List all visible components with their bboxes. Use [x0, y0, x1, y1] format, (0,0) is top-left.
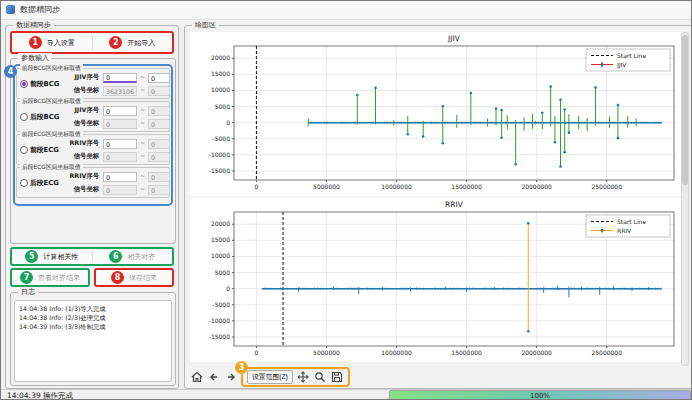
jjiv-index-end-input[interactable]: [148, 73, 170, 83]
log-output[interactable]: 14:04:38 Info: (1/3)导入完成 14:04:38 Info: …: [14, 300, 172, 382]
field-label: RRIV序号: [59, 172, 99, 181]
correlation-align-button[interactable]: 6 相关对齐: [93, 249, 173, 264]
plot-groupbox: 绘图区 -15000-10000-50000500010000150002000…: [184, 25, 692, 389]
rriv-index-end-input[interactable]: [148, 172, 170, 182]
svg-text:15000: 15000: [211, 70, 230, 77]
svg-text:15000000: 15000000: [451, 349, 482, 356]
svg-text:-5000: -5000: [213, 301, 231, 308]
titlebar: 数据精同步: [1, 1, 691, 20]
svg-text:5000: 5000: [215, 269, 230, 276]
svg-text:25000000: 25000000: [591, 183, 622, 190]
params-groupbox: 参数输入 4 前段BCG区间坐标取值 前段BCG JJIV序号 ~ 信号坐标 ~: [10, 58, 176, 244]
svg-text:20000: 20000: [211, 54, 230, 61]
home-icon[interactable]: [190, 371, 203, 384]
jjiv-index-start-input[interactable]: [103, 106, 137, 116]
set-range-button[interactable]: 设置范围(Z): [247, 370, 293, 384]
plot-toolbar: 3 设置范围(Z): [190, 366, 350, 388]
step-badge-2: 2: [109, 36, 122, 49]
tilde: ~: [140, 172, 145, 180]
log-line: 14:04:38 Info: (1/3)导入完成: [19, 304, 167, 313]
svg-text:15000000: 15000000: [451, 183, 482, 190]
svg-text:5000000: 5000000: [313, 349, 340, 356]
radio-front-ecg[interactable]: 前段ECG: [20, 145, 59, 155]
app-icon: [6, 5, 15, 14]
rriv-index-end-input[interactable]: [148, 139, 170, 149]
svg-text:RRIV: RRIV: [617, 227, 632, 234]
svg-text:Start Line: Start Line: [617, 218, 646, 225]
field-label: RRIV序号: [59, 139, 99, 148]
signal-coord-end-input[interactable]: [148, 152, 170, 162]
signal-coord-start-input[interactable]: [103, 152, 137, 162]
import-settings-label: 导入设置: [47, 38, 75, 48]
rriv-index-start-input[interactable]: [103, 139, 137, 149]
radio-button[interactable]: [20, 113, 28, 121]
step-badge-8: 8: [111, 271, 124, 284]
params-groupbox-label: 参数输入: [18, 53, 52, 63]
tilde: ~: [140, 86, 145, 94]
svg-text:-5000: -5000: [213, 135, 231, 142]
signal-coord-start-input[interactable]: [103, 119, 137, 129]
signal-coord-start-input[interactable]: [103, 185, 137, 195]
svg-text:0: 0: [255, 183, 259, 190]
section-title: 前段BCG区间坐标取值: [20, 64, 83, 73]
window-title: 数据精同步: [20, 4, 60, 15]
svg-text:-10000: -10000: [209, 151, 230, 158]
view-align-result-button[interactable]: 7 查看对齐结果: [10, 268, 90, 287]
step-badge-3: 3: [235, 361, 248, 374]
pan-icon[interactable]: [297, 371, 310, 384]
scrollbar-thumb[interactable]: [682, 35, 688, 185]
tilde: ~: [140, 185, 145, 193]
log-line: 14:04:38 Info: (2/3)处理完成: [19, 313, 167, 322]
tilde: ~: [140, 152, 145, 160]
radio-button[interactable]: [20, 179, 28, 187]
start-import-label: 开始导入: [127, 38, 155, 48]
svg-text:JJIV: JJIV: [616, 61, 627, 69]
svg-text:-15000: -15000: [209, 333, 230, 340]
step-badge-4: 4: [4, 65, 17, 78]
field-label: JJIV序号: [59, 106, 99, 115]
signal-coord-end-input[interactable]: [148, 119, 170, 129]
svg-text:10000000: 10000000: [381, 183, 412, 190]
plot-scrollbar[interactable]: [681, 32, 689, 366]
save-icon[interactable]: [331, 371, 344, 384]
forward-icon[interactable]: [224, 371, 237, 384]
back-icon[interactable]: [207, 371, 220, 384]
import-settings-button[interactable]: 1 导入设置: [12, 33, 92, 52]
sync-groupbox-label: 数据精同步: [13, 20, 54, 30]
section-front-bcg: 前段BCG区间坐标取值 前段BCG JJIV序号 ~ 信号坐标 ~: [16, 68, 170, 99]
section-front-ecg: 前段ECG区间坐标取值 前段ECG RRIV序号 ~ 信号坐标 ~: [16, 134, 170, 165]
rriv-index-start-input[interactable]: [103, 172, 137, 182]
range-tools-group: 3 设置范围(Z): [241, 367, 350, 387]
radio-rear-bcg[interactable]: 后段BCG: [20, 112, 59, 122]
svg-text:Start Line: Start Line: [617, 52, 646, 59]
radio-button[interactable]: [20, 146, 28, 154]
zoom-icon[interactable]: [314, 371, 327, 384]
signal-coord-end-input[interactable]: [148, 86, 170, 96]
rriv-chart: -15000-10000-500005000100001500020000050…: [190, 198, 684, 362]
svg-text:15000: 15000: [211, 236, 230, 243]
jjiv-chart: -15000-10000-500005000100001500020000050…: [190, 32, 684, 196]
section-title: 后段BCG区间坐标取值: [20, 97, 83, 106]
svg-text:20000000: 20000000: [521, 349, 552, 356]
svg-text:5000000: 5000000: [313, 183, 340, 190]
compute-correlation-button[interactable]: 5 计算相关性: [12, 249, 92, 264]
svg-text:25000000: 25000000: [591, 349, 622, 356]
field-label: 信号坐标: [59, 86, 99, 95]
status-message: 14:04:39 操作完成: [7, 391, 73, 400]
svg-text:10000: 10000: [211, 86, 230, 93]
start-import-button[interactable]: 2 开始导入: [93, 33, 173, 52]
field-label: 信号坐标: [59, 185, 99, 194]
radio-button[interactable]: [20, 80, 28, 88]
svg-text:-15000: -15000: [209, 167, 230, 174]
radio-rear-ecg[interactable]: 后段ECG: [20, 178, 59, 188]
save-result-button[interactable]: 8 保存结果: [94, 268, 174, 287]
app-window: 数据精同步 数据精同步 1 导入设置 2 开始导入 参数输入 4 前段BCG区间…: [0, 0, 692, 400]
log-groupbox: 日志 14:04:38 Info: (1/3)导入完成 14:04:38 Inf…: [10, 292, 176, 386]
signal-coord-end-input[interactable]: [148, 185, 170, 195]
jjiv-index-end-input[interactable]: [148, 106, 170, 116]
jjiv-index-start-input[interactable]: [103, 73, 137, 83]
signal-coord-start-input[interactable]: [103, 86, 137, 96]
correlation-buttons-group: 5 计算相关性 6 相关对齐: [10, 247, 174, 266]
svg-text:0: 0: [226, 285, 230, 292]
radio-front-bcg[interactable]: 前段BCG: [20, 79, 59, 89]
